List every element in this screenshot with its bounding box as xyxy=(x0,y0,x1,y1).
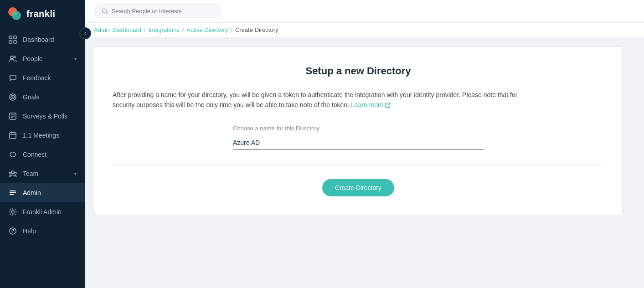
people-expand-icon: ▾ xyxy=(74,57,77,62)
directory-name-input[interactable] xyxy=(233,136,484,149)
sidebar-item-meetings[interactable]: 1:1 Meetings xyxy=(0,126,85,145)
svg-point-19 xyxy=(11,171,14,174)
external-link-icon xyxy=(385,103,391,108)
sidebar-item-people-label: People xyxy=(23,55,69,62)
frankli-logo-icon xyxy=(7,6,22,21)
sidebar-item-goals-label: Goals xyxy=(23,93,77,101)
breadcrumb-sep-3: / xyxy=(231,26,232,33)
card-description: After providing a name for your director… xyxy=(113,90,523,110)
svg-rect-4 xyxy=(9,41,12,43)
learn-more-link[interactable]: Learn more xyxy=(351,100,391,110)
content-area: Setup a new Directory After providing a … xyxy=(85,37,644,288)
svg-point-10 xyxy=(12,97,14,98)
sidebar-collapse-button[interactable]: ‹ xyxy=(79,27,91,39)
svg-point-25 xyxy=(11,211,14,213)
goals-icon xyxy=(8,93,17,102)
directory-name-label: Choose a name for this Directory xyxy=(233,125,484,132)
svg-rect-24 xyxy=(10,194,14,195)
sidebar-item-dashboard-label: Dashboard xyxy=(23,36,77,43)
sidebar-item-surveys[interactable]: Surveys & Polls xyxy=(0,107,85,126)
team-icon xyxy=(8,169,17,178)
people-icon xyxy=(8,54,17,63)
sidebar-item-admin[interactable]: Admin xyxy=(0,183,85,202)
svg-rect-22 xyxy=(10,190,16,191)
sidebar-item-connect[interactable]: Connect xyxy=(0,145,85,164)
svg-rect-3 xyxy=(14,36,16,39)
learn-more-text: Learn more xyxy=(351,100,384,110)
card-divider xyxy=(113,164,604,165)
sidebar-item-frankli-admin[interactable]: Frankli Admin xyxy=(0,202,85,221)
sidebar-item-people[interactable]: People ▾ xyxy=(0,49,85,68)
app-name: frankli xyxy=(26,9,56,19)
svg-rect-5 xyxy=(14,41,16,43)
sidebar-item-dashboard[interactable]: Dashboard xyxy=(0,30,85,49)
svg-point-20 xyxy=(9,172,11,174)
svg-rect-23 xyxy=(10,192,16,193)
sidebar: frankli ‹ Dashboard People ▾ Feedback xyxy=(0,0,85,288)
sidebar-logo: frankli xyxy=(0,0,85,27)
breadcrumb-active-directory[interactable]: Active Directory xyxy=(186,26,228,33)
sidebar-nav: Dashboard People ▾ Feedback Goals xyxy=(0,27,85,288)
search-input[interactable] xyxy=(112,8,214,15)
sidebar-item-help[interactable]: Help xyxy=(0,221,85,241)
sidebar-item-meetings-label: 1:1 Meetings xyxy=(23,132,77,139)
sidebar-item-help-label: Help xyxy=(23,227,77,235)
frankli-admin-icon xyxy=(8,207,17,216)
connect-icon xyxy=(8,150,17,159)
sidebar-item-surveys-label: Surveys & Polls xyxy=(23,113,77,120)
svg-point-1 xyxy=(12,11,21,20)
directory-name-group: Choose a name for this Directory xyxy=(113,125,604,149)
breadcrumb-sep-2: / xyxy=(182,26,184,33)
sidebar-item-connect-label: Connect xyxy=(23,151,77,158)
create-directory-button[interactable]: Create Directory xyxy=(322,179,394,196)
svg-point-27 xyxy=(12,232,13,233)
breadcrumb: Admin Dashboard / Integrations / Active … xyxy=(85,23,644,37)
help-icon xyxy=(8,226,17,236)
sidebar-item-team-label: Team xyxy=(23,170,69,177)
admin-icon xyxy=(8,188,17,197)
sidebar-item-frankli-admin-label: Frankli Admin xyxy=(23,208,77,216)
topbar xyxy=(85,0,644,23)
sidebar-item-goals[interactable]: Goals xyxy=(0,87,85,107)
card-description-text: After providing a name for your director… xyxy=(113,91,517,108)
svg-point-7 xyxy=(14,56,15,58)
sidebar-item-team[interactable]: Team ▾ xyxy=(0,164,85,183)
svg-point-21 xyxy=(15,172,16,174)
main-content: Admin Dashboard / Integrations / Active … xyxy=(85,0,644,288)
setup-card: Setup a new Directory After providing a … xyxy=(94,46,623,215)
svg-rect-15 xyxy=(10,133,16,139)
feedback-icon xyxy=(8,73,17,82)
svg-point-6 xyxy=(10,56,13,59)
breadcrumb-create-directory: Create Directory xyxy=(235,26,278,33)
meetings-icon xyxy=(8,131,17,140)
sidebar-item-feedback[interactable]: Feedback xyxy=(0,68,85,87)
sidebar-item-feedback-label: Feedback xyxy=(23,74,77,82)
svg-rect-2 xyxy=(9,36,12,39)
dashboard-icon xyxy=(8,35,17,44)
breadcrumb-integrations[interactable]: Integrations xyxy=(149,26,180,33)
search-icon xyxy=(102,8,108,15)
team-expand-icon: ▾ xyxy=(74,171,77,176)
sidebar-item-admin-label: Admin xyxy=(23,189,77,196)
search-box[interactable] xyxy=(94,4,222,18)
svg-line-29 xyxy=(106,12,108,14)
svg-line-30 xyxy=(388,103,390,105)
breadcrumb-admin-dashboard[interactable]: Admin Dashboard xyxy=(94,26,141,33)
surveys-icon xyxy=(8,112,17,121)
card-title: Setup a new Directory xyxy=(113,65,604,77)
breadcrumb-sep-1: / xyxy=(144,26,146,33)
